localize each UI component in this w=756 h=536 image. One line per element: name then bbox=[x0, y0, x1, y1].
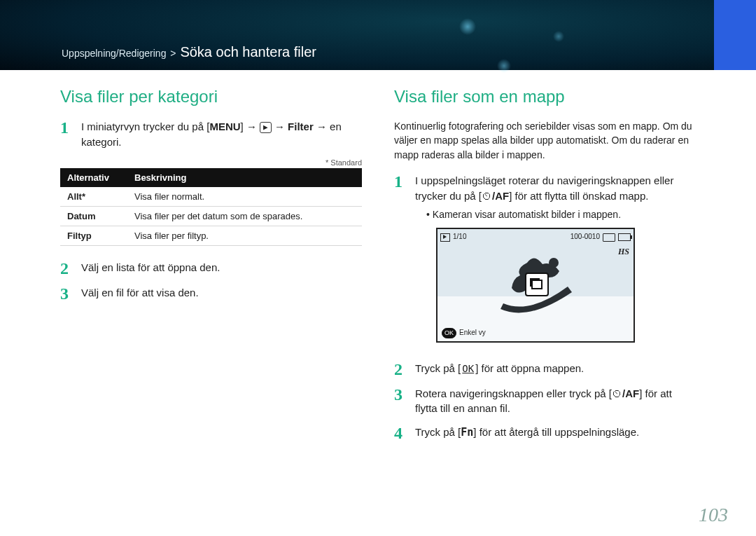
t: Tryck på [ bbox=[415, 426, 461, 438]
step-text: I uppspelningsläget roterar du navigerin… bbox=[415, 173, 696, 352]
t: Rotera navigeringsknappen eller tryck på… bbox=[415, 387, 612, 399]
play-icon: ▶ bbox=[260, 122, 272, 133]
step-number-1: 1 bbox=[60, 119, 73, 150]
t: ] för att återgå till uppspelningsläge. bbox=[473, 426, 639, 438]
step-number-3: 3 bbox=[60, 285, 73, 302]
camera-screen: 1/10 100-0010 HS OKEnkel vy bbox=[436, 228, 635, 343]
breadcrumb-topic: Söka och hantera filer bbox=[180, 44, 316, 60]
ok-dpad-icon: OK bbox=[461, 362, 475, 376]
left-heading: Visa filer per kategori bbox=[60, 87, 362, 106]
ok-badge: OK bbox=[442, 328, 456, 338]
frame-count: 1/10 bbox=[453, 232, 466, 242]
left-step-1: 1 I miniatyrvyn trycker du på [MENU] → ▶… bbox=[60, 119, 362, 150]
right-step-2: 2 Tryck på [OK] för att öppna mappen. bbox=[394, 361, 696, 378]
c: Allt* bbox=[60, 187, 127, 207]
c: Datum bbox=[60, 206, 127, 226]
sd-icon bbox=[603, 233, 615, 242]
step-text: Tryck på [OK] för att öppna mappen. bbox=[415, 361, 584, 378]
c: Visa filer normalt. bbox=[127, 187, 362, 207]
breadcrumb: Uppspelning/Redigering > Söka och hanter… bbox=[62, 44, 316, 60]
step-number-2: 2 bbox=[394, 361, 407, 378]
right-step-1: 1 I uppspelningsläget roterar du naviger… bbox=[394, 173, 696, 352]
table-row: Allt*Visa filer normalt. bbox=[60, 187, 362, 207]
page-number: 103 bbox=[699, 504, 728, 526]
c: Visa filer per det datum som de sparades… bbox=[127, 206, 362, 226]
menu-button-icon: MENU bbox=[209, 121, 240, 132]
step-text: I miniatyrvyn trycker du på [MENU] → ▶ →… bbox=[81, 119, 362, 150]
step-number-4: 4 bbox=[394, 425, 407, 441]
page-header: Uppspelning/Redigering > Söka och hanter… bbox=[0, 0, 756, 70]
step-number-2: 2 bbox=[60, 260, 73, 277]
status-bar: 1/10 100-0010 bbox=[440, 232, 631, 243]
t: ] för att öppna mappen. bbox=[475, 362, 584, 374]
play-icon bbox=[440, 233, 450, 242]
step-text: Tryck på [Fn] för att återgå till uppspe… bbox=[415, 425, 639, 441]
step-text: Välj en lista för att öppna den. bbox=[81, 260, 220, 277]
page-body: Visa filer per kategori 1 I miniatyrvyn … bbox=[0, 70, 756, 450]
af-label: /AF bbox=[622, 387, 639, 399]
timer-icon: ⏲ bbox=[482, 190, 492, 202]
folder-id: 100-0010 bbox=[570, 232, 600, 242]
battery-icon bbox=[618, 233, 631, 241]
t: Tryck på [ bbox=[415, 362, 461, 374]
filter-label: Filter bbox=[288, 121, 314, 132]
right-step-3: 3 Rotera navigeringsknappen eller tryck … bbox=[394, 386, 696, 417]
step-number-1: 1 bbox=[394, 173, 407, 352]
right-intro: Kontinuerlig fotografering och seriebild… bbox=[394, 119, 696, 162]
t: I miniatyrvyn trycker du på [ bbox=[81, 121, 209, 132]
burst-folder-icon bbox=[525, 273, 549, 296]
hs-badge: HS bbox=[618, 246, 629, 258]
breadcrumb-section: Uppspelning/Redigering bbox=[62, 48, 166, 59]
timer-icon: ⏲ bbox=[612, 387, 622, 399]
c: Visa filer per filtyp. bbox=[127, 226, 362, 245]
af-label: /AF bbox=[492, 190, 509, 202]
mode-label: Enkel vy bbox=[459, 328, 486, 338]
right-column: Visa filer som en mapp Kontinuerlig foto… bbox=[394, 87, 696, 450]
svg-point-0 bbox=[549, 258, 559, 268]
fn-label: Fn bbox=[461, 426, 473, 439]
th-desc: Beskrivning bbox=[127, 168, 362, 187]
step-text: Välj en fil för att visa den. bbox=[81, 285, 199, 302]
bottom-bar: OKEnkel vy bbox=[442, 328, 486, 338]
t: ] för att flytta till önskad mapp. bbox=[509, 190, 648, 202]
breadcrumb-sep: > bbox=[169, 48, 177, 59]
standard-note: * Standard bbox=[60, 158, 362, 167]
c: Filtyp bbox=[60, 226, 127, 245]
t: → bbox=[272, 121, 288, 132]
right-heading: Visa filer som en mapp bbox=[394, 87, 696, 106]
left-step-3: 3 Välj en fil för att visa den. bbox=[60, 285, 362, 302]
step-number-3: 3 bbox=[394, 386, 407, 417]
right-step-4: 4 Tryck på [Fn] för att återgå till upps… bbox=[394, 425, 696, 441]
bullet-text: Kameran visar automatiskt bilder i mappe… bbox=[426, 207, 696, 221]
left-step-2: 2 Välj en lista för att öppna den. bbox=[60, 260, 362, 277]
t: ] → bbox=[241, 121, 260, 132]
th-alt: Alternativ bbox=[60, 168, 127, 187]
ok-text: OK bbox=[462, 363, 474, 374]
table-row: DatumVisa filer per det datum som de spa… bbox=[60, 206, 362, 226]
step-text: Rotera navigeringsknappen eller tryck på… bbox=[415, 386, 696, 417]
options-table: AlternativBeskrivning Allt*Visa filer no… bbox=[60, 168, 362, 246]
left-column: Visa filer per kategori 1 I miniatyrvyn … bbox=[60, 87, 362, 450]
table-row: FiltypVisa filer per filtyp. bbox=[60, 226, 362, 245]
